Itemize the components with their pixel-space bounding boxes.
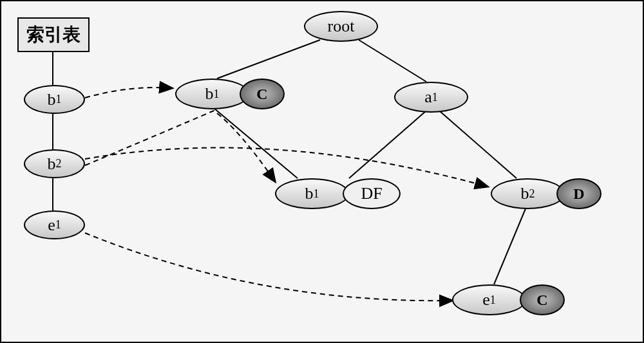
tree-node-a1: a1	[394, 82, 468, 113]
tree-root-label: root	[328, 17, 355, 36]
tree-root: root	[304, 11, 378, 42]
tree-node-e1-annot: C	[520, 284, 565, 315]
svg-line-4	[359, 40, 426, 82]
index-item-b1: b1	[24, 85, 85, 114]
tree-node-a1-sub: 1	[432, 91, 438, 104]
svg-line-3	[217, 40, 320, 79]
tree-node-b1-annot-text: C	[256, 86, 267, 103]
tree-node-b1-sub: 1	[214, 88, 220, 101]
index-item-e1-label: e	[48, 216, 55, 235]
index-item-e1-sub: 1	[55, 218, 61, 232]
index-item-b2-sub: 2	[56, 157, 62, 171]
tree-node-e1-sub: 1	[490, 293, 496, 307]
tree-node-b1b-annot: DF	[343, 178, 401, 209]
tree-node-e1-annot-text: C	[536, 292, 547, 309]
tree-node-a1-label: a	[424, 88, 432, 107]
tree-node-b2: b2	[491, 178, 565, 209]
tree-node-b2-sub: 2	[529, 187, 535, 201]
tree-node-b1b-label: b	[305, 184, 314, 203]
svg-line-7	[349, 111, 426, 178]
index-item-b2-label: b	[48, 154, 56, 174]
index-item-b2: b2	[24, 149, 85, 178]
svg-line-6	[439, 111, 516, 178]
index-item-b1-label: b	[48, 90, 56, 109]
tree-node-b2-annot-text: D	[573, 185, 584, 203]
tree-node-e1-label: e	[482, 290, 490, 310]
tree-node-b1-annot: C	[240, 79, 285, 109]
tree-node-b1b-sub: 1	[314, 187, 319, 201]
index-item-e1: e1	[24, 210, 85, 239]
tree-node-b1b: b1	[275, 178, 349, 209]
tree-node-e1: e1	[452, 284, 526, 315]
svg-line-5	[214, 108, 298, 178]
svg-line-8	[494, 207, 526, 284]
tree-node-b2-label: b	[521, 184, 529, 203]
tree-node-b1: b1	[175, 79, 249, 109]
index-item-b1-sub: 1	[56, 93, 62, 106]
tree-node-b1b-annot-text: DF	[361, 184, 382, 203]
tree-node-b1-label: b	[205, 84, 214, 104]
tree-node-b2-annot: D	[556, 178, 601, 209]
index-table-label: 索引表	[26, 24, 80, 44]
index-table-header: 索引表	[17, 17, 90, 52]
